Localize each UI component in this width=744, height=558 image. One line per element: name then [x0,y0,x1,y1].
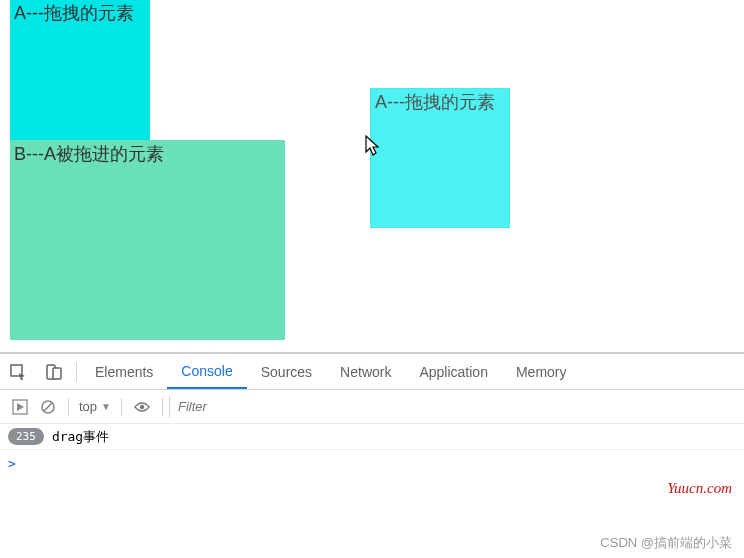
log-message: drag事件 [52,428,109,446]
console-output: 235 drag事件 > [0,424,744,476]
execution-context-dropdown[interactable]: top ▼ [75,399,115,414]
tabs-divider [76,362,77,382]
chevron-down-icon: ▼ [101,401,111,412]
svg-point-6 [140,404,144,408]
execution-context-label: top [79,399,97,414]
log-count-badge: 235 [8,428,44,445]
tab-application[interactable]: Application [405,354,502,389]
devtools-tabs: Elements Console Sources Network Applica… [0,354,744,390]
toolbar-divider-2 [121,398,122,416]
device-toolbar-icon[interactable] [36,363,72,381]
tab-memory[interactable]: Memory [502,354,581,389]
source-link[interactable]: Yuucn.com [667,480,732,497]
console-filter-input[interactable] [169,396,738,418]
tab-elements[interactable]: Elements [81,354,167,389]
devtools-panel: Elements Console Sources Network Applica… [0,352,744,476]
inspect-element-icon[interactable] [0,363,36,381]
console-toolbar: top ▼ [0,390,744,424]
tab-network[interactable]: Network [326,354,405,389]
svg-line-5 [44,403,52,411]
console-log-row[interactable]: 235 drag事件 [0,424,744,450]
drag-ghost-a: A---拖拽的元素 [370,88,510,228]
draggable-box-a[interactable]: A---拖拽的元素 [10,0,150,140]
tab-console[interactable]: Console [167,354,246,389]
watermark-text: CSDN @搞前端的小菜 [600,534,732,552]
toolbar-divider [68,398,69,416]
console-prompt[interactable]: > [0,450,744,476]
prompt-chevron-icon: > [8,456,16,471]
svg-rect-2 [53,368,61,379]
tab-sources[interactable]: Sources [247,354,326,389]
toolbar-divider-3 [162,398,163,416]
live-expression-icon[interactable] [128,400,156,414]
drop-target-box-b[interactable]: B---A被拖进的元素 [10,140,285,340]
page-viewport: A---拖拽的元素 B---A被拖进的元素 A---拖拽的元素 [0,0,744,352]
clear-console-icon[interactable] [34,399,62,415]
play-icon[interactable] [6,399,34,415]
